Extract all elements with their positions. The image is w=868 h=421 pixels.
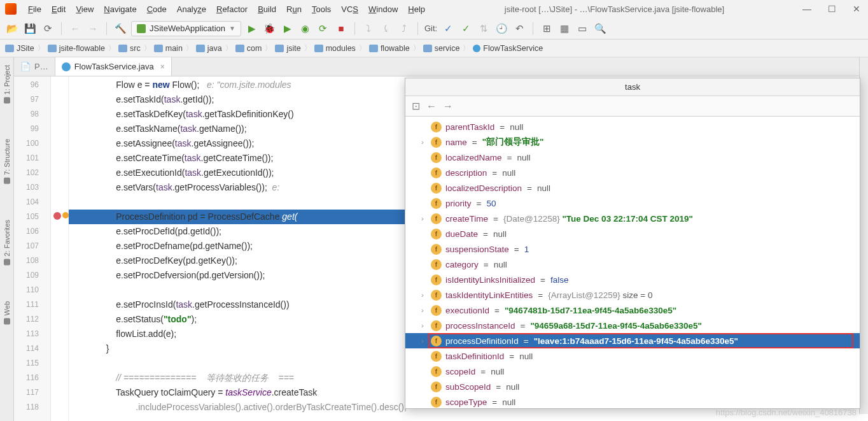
title-bar: FFileile Edit View Navigate Code Analyze… [0,0,868,18]
expand-icon[interactable]: › [418,139,427,146]
tool-tab[interactable]: Web [2,296,12,329]
menu-vcs[interactable]: VCS [337,3,362,15]
breadcrumb-item[interactable]: FlowTaskService [473,44,543,53]
variable-row[interactable]: ›ftaskIdentityLinkEntities = {ArrayList@… [405,287,860,303]
step-over-icon[interactable]: ⤵ [361,22,375,36]
editor-tab-flow[interactable]: FlowTaskService.java × [55,57,172,76]
variable-row[interactable]: ›fprocessInstanceId = "94659a68-15d7-11e… [405,318,860,333]
variable-row[interactable]: flocalizedDescription = null [405,180,860,196]
expand-icon[interactable]: › [418,322,427,329]
field-icon: f [431,183,442,194]
breadcrumb-item[interactable]: java [196,44,222,53]
variable-row[interactable]: fdueDate = null [405,226,860,241]
step-into-icon[interactable]: ⤹ [379,22,393,36]
variable-row[interactable]: fscopeId = null [405,364,860,379]
breadcrumb-item[interactable]: src [118,44,141,53]
breadcrumb-item[interactable]: com [235,44,262,53]
variable-list[interactable]: fparentTaskId = null›fname = "部门领导审批"flo… [405,117,860,408]
stop-icon[interactable]: ■ [334,22,348,36]
forward-icon[interactable]: → [86,22,100,36]
breadcrumb-item[interactable]: jsite-flowable [48,44,105,53]
breadcrumb-item[interactable]: modules [314,44,356,53]
git-update-icon[interactable]: ✓ [441,22,455,36]
folder-icon [118,45,127,52]
expand-icon[interactable]: › [418,338,427,345]
variable-row[interactable]: fcategory = null [405,257,860,272]
tool-tab[interactable]: 7: Structure [2,134,12,189]
variable-row[interactable]: fscopeType = null [405,394,860,408]
variable-row[interactable]: ›fprocessDefinitionId = "leave:1:b74aaad… [405,333,860,348]
back-icon[interactable]: ← [426,101,437,112]
git-compare-icon[interactable]: ⇅ [477,22,491,36]
menu-run[interactable]: Run [283,3,305,15]
run-config-dropdown[interactable]: JSiteWebApplication ▼ [131,21,241,36]
attach-icon[interactable]: ⟳ [316,22,330,36]
tool-tab[interactable]: 2: Favorites [2,215,12,270]
variable-row[interactable]: fparentTaskId = null [405,119,860,134]
breadcrumb-item[interactable]: service [423,44,460,53]
variable-row[interactable]: ›fname = "部门领导审批" [405,134,860,150]
maximize-button[interactable]: ☐ [825,4,839,14]
close-button[interactable]: ✕ [850,4,863,14]
variable-row[interactable]: flocalizedName = null [405,150,860,165]
field-icon: f [431,259,442,270]
marker-margin[interactable] [51,76,69,421]
menu-refactor[interactable]: Refactor [213,3,251,15]
menu-edit[interactable]: Edit [48,3,69,15]
build-icon[interactable]: 🔨 [113,22,127,36]
variable-row[interactable]: fdescription = null [405,165,860,180]
class-icon [62,62,71,71]
menu-window[interactable]: Window [365,3,402,15]
save-icon[interactable]: 💾 [23,22,37,36]
window-title: jsite-root […\JSite] - …\FlowTaskService… [429,4,800,14]
menu-file[interactable]: FFileile [24,3,45,15]
menu-code[interactable]: Code [143,3,171,15]
tasks-icon[interactable]: ▦ [557,22,571,36]
expand-icon[interactable]: › [418,215,427,222]
menu-view[interactable]: View [72,3,97,15]
structure-icon[interactable]: ⊞ [540,22,554,36]
breakpoint-icon[interactable] [53,212,61,220]
expand-icon[interactable]: › [418,292,427,299]
forward-icon[interactable]: → [443,101,453,112]
minimize-button[interactable]: — [800,4,814,14]
breadcrumb-item[interactable]: main [154,44,183,53]
breadcrumb-item[interactable]: flowable [369,44,410,53]
profile-icon[interactable]: ◉ [298,22,312,36]
editor-tab-p[interactable]: 📄 P… [14,57,55,76]
sync-icon[interactable]: ⟳ [41,22,55,36]
search-icon[interactable]: 🔍 [593,22,607,36]
variable-row[interactable]: fsuspensionState = 1 [405,241,860,257]
git-commit-icon[interactable]: ✓ [459,22,473,36]
variable-row[interactable]: fsubScopeId = null [405,379,860,394]
screens-icon[interactable]: ▭ [575,22,589,36]
menu-build[interactable]: Build [254,3,280,15]
debug-icon[interactable]: 🐞 [263,22,277,36]
breadcrumb-item[interactable]: jsite [275,44,300,53]
variable-row[interactable]: ›fexecutionId = "9467481b-15d7-11ea-9f45… [405,303,860,318]
coverage-icon[interactable]: ▶ [281,22,295,36]
breadcrumb-item[interactable]: JSite [5,44,34,53]
run-icon[interactable]: ▶ [245,22,259,36]
menu-analyze[interactable]: Analyze [173,3,210,15]
open-icon[interactable]: 📂 [5,22,19,36]
folder-icon [369,45,378,52]
git-history-icon[interactable]: 🕘 [494,22,508,36]
back-icon[interactable]: ← [68,22,82,36]
variable-row[interactable]: ftaskDefinitionId = null [405,348,860,364]
field-icon: f [431,275,442,285]
git-revert-icon[interactable]: ↶ [512,22,526,36]
menu-tools[interactable]: Tools [308,3,335,15]
tool-tab[interactable]: 1: Project [2,60,12,108]
menu-navigate[interactable]: Navigate [100,3,140,15]
close-icon[interactable]: × [160,62,165,71]
menu-help[interactable]: Help [404,3,429,15]
variable-row[interactable]: fisIdentityLinksInitialized = false [405,272,860,287]
variable-row[interactable]: fpriority = 50 [405,196,860,211]
expand-icon[interactable]: › [418,307,427,314]
variable-row[interactable]: ›fcreateTime = {Date@12258} "Tue Dec 03 … [405,211,860,226]
filter-icon[interactable]: ⊡ [412,100,420,112]
panel-title: task [405,78,860,96]
debug-variables-panel[interactable]: task ⊡ ← → fparentTaskId = null›fname = … [405,78,860,409]
step-out-icon[interactable]: ⤴ [397,22,411,36]
